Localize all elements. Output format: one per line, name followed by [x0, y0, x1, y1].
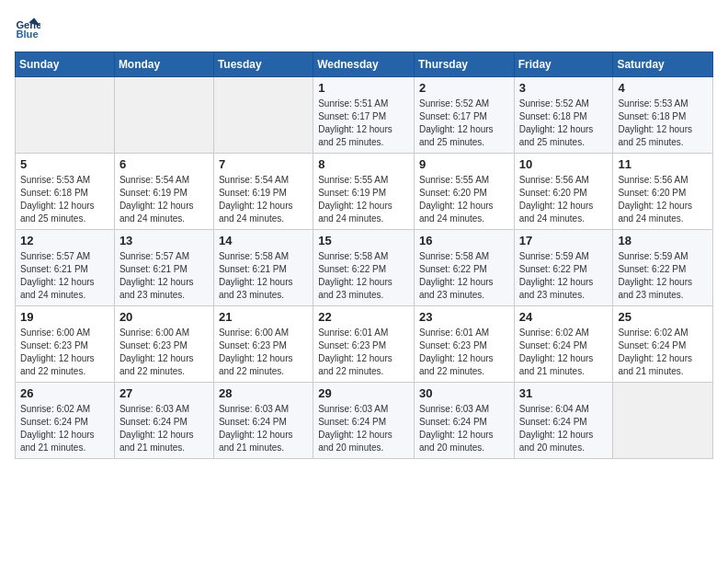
day-number: 11: [618, 157, 708, 171]
calendar-header: General Blue: [15, 15, 713, 40]
day-number: 25: [618, 310, 708, 324]
weekday-header-wednesday: Wednesday: [313, 52, 415, 77]
day-number: 18: [618, 234, 708, 247]
day-info: Sunrise: 5:59 AM Sunset: 6:22 PM Dayligh…: [519, 250, 609, 302]
day-info: Sunrise: 5:55 AM Sunset: 6:20 PM Dayligh…: [419, 174, 509, 225]
day-info: Sunrise: 6:01 AM Sunset: 6:23 PM Dayligh…: [419, 327, 509, 378]
weekday-header-saturday: Saturday: [613, 52, 713, 77]
day-number: 24: [519, 310, 609, 324]
day-cell: 31Sunrise: 6:04 AM Sunset: 6:24 PM Dayli…: [514, 383, 613, 459]
day-cell: [213, 77, 313, 154]
weekday-header-tuesday: Tuesday: [213, 52, 313, 77]
day-cell: 28Sunrise: 6:03 AM Sunset: 6:24 PM Dayli…: [213, 383, 313, 459]
day-info: Sunrise: 5:54 AM Sunset: 6:19 PM Dayligh…: [219, 174, 308, 225]
day-number: 14: [219, 234, 308, 247]
day-number: 2: [419, 81, 509, 95]
day-number: 27: [119, 386, 209, 400]
day-cell: 14Sunrise: 5:58 AM Sunset: 6:21 PM Dayli…: [213, 230, 313, 306]
day-number: 3: [519, 81, 609, 95]
day-cell: 8Sunrise: 5:55 AM Sunset: 6:19 PM Daylig…: [313, 154, 415, 230]
day-cell: 22Sunrise: 6:01 AM Sunset: 6:23 PM Dayli…: [313, 306, 415, 383]
svg-text:Blue: Blue: [16, 29, 38, 40]
day-cell: 29Sunrise: 6:03 AM Sunset: 6:24 PM Dayli…: [313, 383, 415, 459]
day-info: Sunrise: 5:56 AM Sunset: 6:20 PM Dayligh…: [519, 174, 609, 225]
day-cell: [613, 383, 713, 459]
day-number: 31: [519, 386, 609, 400]
day-number: 28: [219, 386, 308, 400]
day-cell: 11Sunrise: 5:56 AM Sunset: 6:20 PM Dayli…: [613, 154, 713, 230]
day-info: Sunrise: 5:52 AM Sunset: 6:17 PM Dayligh…: [419, 98, 509, 149]
calendar-table: SundayMondayTuesdayWednesdayThursdayFrid…: [15, 52, 713, 459]
day-number: 10: [519, 157, 609, 171]
weekday-header-row: SundayMondayTuesdayWednesdayThursdayFrid…: [16, 52, 713, 77]
day-info: Sunrise: 5:56 AM Sunset: 6:20 PM Dayligh…: [618, 174, 708, 225]
day-info: Sunrise: 6:02 AM Sunset: 6:24 PM Dayligh…: [618, 327, 708, 378]
weekday-header-sunday: Sunday: [16, 52, 115, 77]
day-number: 29: [318, 386, 409, 400]
day-info: Sunrise: 6:04 AM Sunset: 6:24 PM Dayligh…: [519, 403, 609, 454]
day-info: Sunrise: 5:52 AM Sunset: 6:18 PM Dayligh…: [519, 98, 609, 149]
day-info: Sunrise: 6:00 AM Sunset: 6:23 PM Dayligh…: [119, 327, 209, 378]
day-info: Sunrise: 5:58 AM Sunset: 6:22 PM Dayligh…: [318, 250, 409, 302]
day-cell: 16Sunrise: 5:58 AM Sunset: 6:22 PM Dayli…: [414, 230, 514, 306]
day-info: Sunrise: 6:00 AM Sunset: 6:23 PM Dayligh…: [20, 327, 109, 378]
day-cell: 26Sunrise: 6:02 AM Sunset: 6:24 PM Dayli…: [16, 383, 115, 459]
day-number: 23: [419, 310, 509, 324]
day-cell: 6Sunrise: 5:54 AM Sunset: 6:19 PM Daylig…: [114, 154, 213, 230]
week-row-5: 26Sunrise: 6:02 AM Sunset: 6:24 PM Dayli…: [16, 383, 713, 459]
day-number: 17: [519, 234, 609, 247]
day-cell: 18Sunrise: 5:59 AM Sunset: 6:22 PM Dayli…: [613, 230, 713, 306]
day-cell: 30Sunrise: 6:03 AM Sunset: 6:24 PM Dayli…: [414, 383, 514, 459]
day-number: 4: [618, 81, 708, 95]
day-number: 15: [318, 234, 409, 247]
weekday-header-friday: Friday: [514, 52, 613, 77]
day-number: 30: [419, 386, 509, 400]
day-cell: 19Sunrise: 6:00 AM Sunset: 6:23 PM Dayli…: [16, 306, 115, 383]
day-cell: 12Sunrise: 5:57 AM Sunset: 6:21 PM Dayli…: [16, 230, 115, 306]
day-cell: 13Sunrise: 5:57 AM Sunset: 6:21 PM Dayli…: [114, 230, 213, 306]
day-number: 12: [20, 234, 109, 247]
day-info: Sunrise: 5:57 AM Sunset: 6:21 PM Dayligh…: [119, 250, 209, 302]
day-cell: 24Sunrise: 6:02 AM Sunset: 6:24 PM Dayli…: [514, 306, 613, 383]
day-info: Sunrise: 6:01 AM Sunset: 6:23 PM Dayligh…: [318, 327, 409, 378]
day-number: 8: [318, 157, 409, 171]
day-cell: 7Sunrise: 5:54 AM Sunset: 6:19 PM Daylig…: [213, 154, 313, 230]
day-info: Sunrise: 5:54 AM Sunset: 6:19 PM Dayligh…: [119, 174, 209, 225]
day-info: Sunrise: 5:59 AM Sunset: 6:22 PM Dayligh…: [618, 250, 708, 302]
day-info: Sunrise: 5:58 AM Sunset: 6:21 PM Dayligh…: [219, 250, 308, 302]
day-number: 26: [20, 386, 109, 400]
day-info: Sunrise: 6:03 AM Sunset: 6:24 PM Dayligh…: [119, 403, 209, 454]
day-info: Sunrise: 6:03 AM Sunset: 6:24 PM Dayligh…: [419, 403, 509, 454]
day-cell: 1Sunrise: 5:51 AM Sunset: 6:17 PM Daylig…: [313, 77, 415, 154]
day-cell: 4Sunrise: 5:53 AM Sunset: 6:18 PM Daylig…: [613, 77, 713, 154]
day-info: Sunrise: 5:53 AM Sunset: 6:18 PM Dayligh…: [20, 174, 109, 225]
day-cell: 17Sunrise: 5:59 AM Sunset: 6:22 PM Dayli…: [514, 230, 613, 306]
day-info: Sunrise: 6:03 AM Sunset: 6:24 PM Dayligh…: [318, 403, 409, 454]
day-cell: 10Sunrise: 5:56 AM Sunset: 6:20 PM Dayli…: [514, 154, 613, 230]
weekday-header-monday: Monday: [114, 52, 213, 77]
day-cell: 27Sunrise: 6:03 AM Sunset: 6:24 PM Dayli…: [114, 383, 213, 459]
day-cell: 15Sunrise: 5:58 AM Sunset: 6:22 PM Dayli…: [313, 230, 415, 306]
week-row-3: 12Sunrise: 5:57 AM Sunset: 6:21 PM Dayli…: [16, 230, 713, 306]
logo-icon: General Blue: [15, 15, 40, 40]
day-number: 6: [119, 157, 209, 171]
week-row-4: 19Sunrise: 6:00 AM Sunset: 6:23 PM Dayli…: [16, 306, 713, 383]
day-info: Sunrise: 5:55 AM Sunset: 6:19 PM Dayligh…: [318, 174, 409, 225]
day-number: 13: [119, 234, 209, 247]
day-number: 7: [219, 157, 308, 171]
day-cell: 23Sunrise: 6:01 AM Sunset: 6:23 PM Dayli…: [414, 306, 514, 383]
day-info: Sunrise: 5:57 AM Sunset: 6:21 PM Dayligh…: [20, 250, 109, 302]
day-info: Sunrise: 6:02 AM Sunset: 6:24 PM Dayligh…: [519, 327, 609, 378]
day-info: Sunrise: 6:03 AM Sunset: 6:24 PM Dayligh…: [219, 403, 308, 454]
day-cell: 3Sunrise: 5:52 AM Sunset: 6:18 PM Daylig…: [514, 77, 613, 154]
day-info: Sunrise: 6:00 AM Sunset: 6:23 PM Dayligh…: [219, 327, 308, 378]
day-number: 5: [20, 157, 109, 171]
week-row-1: 1Sunrise: 5:51 AM Sunset: 6:17 PM Daylig…: [16, 77, 713, 154]
day-number: 16: [419, 234, 509, 247]
day-info: Sunrise: 6:02 AM Sunset: 6:24 PM Dayligh…: [20, 403, 109, 454]
day-info: Sunrise: 5:51 AM Sunset: 6:17 PM Dayligh…: [318, 98, 409, 149]
day-cell: 5Sunrise: 5:53 AM Sunset: 6:18 PM Daylig…: [16, 154, 115, 230]
week-row-2: 5Sunrise: 5:53 AM Sunset: 6:18 PM Daylig…: [16, 154, 713, 230]
day-cell: 25Sunrise: 6:02 AM Sunset: 6:24 PM Dayli…: [613, 306, 713, 383]
day-cell: [114, 77, 213, 154]
